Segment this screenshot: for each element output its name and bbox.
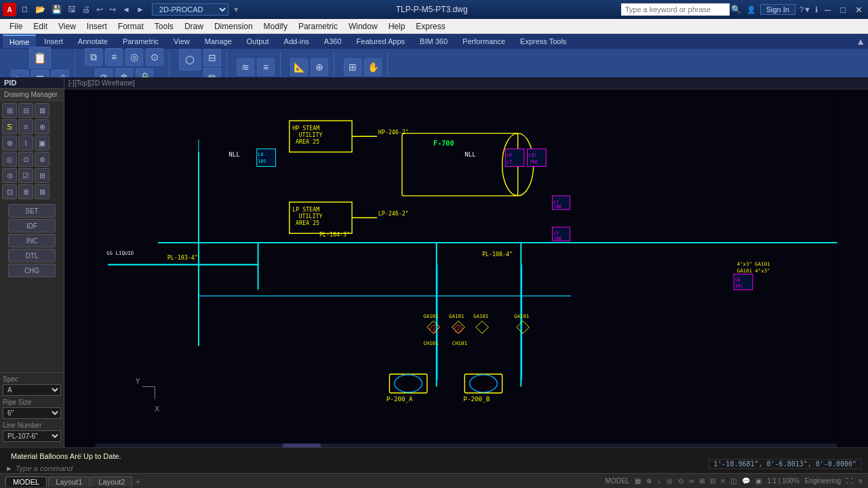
pid-tool-2[interactable]: ⊟ bbox=[18, 103, 33, 118]
tab-output[interactable]: Output bbox=[240, 35, 276, 47]
pid-tool-3[interactable]: ⊠ bbox=[35, 103, 50, 118]
nav-prev-button[interactable]: ◄ bbox=[120, 4, 132, 15]
ribbon-minimize-icon[interactable]: ▲ bbox=[856, 36, 865, 47]
sign-in-button[interactable]: Sign In bbox=[760, 4, 795, 15]
pid-tool-13[interactable]: ⊝ bbox=[2, 168, 17, 183]
menu-view[interactable]: View bbox=[53, 20, 81, 33]
lineweight-icon[interactable]: ≡ bbox=[721, 477, 725, 485]
polar-icon[interactable]: ◎ bbox=[667, 477, 673, 485]
menu-express[interactable]: Express bbox=[410, 20, 450, 33]
osnap-icon[interactable]: ⊙ bbox=[678, 477, 684, 485]
add-layout-button[interactable]: + bbox=[135, 476, 140, 487]
tab-annotate[interactable]: Annotate bbox=[71, 35, 115, 47]
pid-tool-11[interactable]: ⊙ bbox=[18, 152, 33, 167]
menu-insert[interactable]: Insert bbox=[81, 20, 113, 33]
tab-layout2[interactable]: Layout2 bbox=[91, 476, 132, 487]
open-button[interactable]: 📂 bbox=[33, 4, 47, 15]
ortho-icon[interactable]: ⟂ bbox=[657, 477, 661, 485]
pid-tool-12[interactable]: ⊛ bbox=[35, 152, 50, 167]
pid-tool-16[interactable]: ⊡ bbox=[2, 184, 17, 199]
menu-dimension[interactable]: Dimension bbox=[209, 20, 258, 33]
tab-addins[interactable]: Add-ins bbox=[277, 35, 316, 47]
tab-home[interactable]: Home bbox=[3, 35, 36, 48]
pid-tool-8[interactable]: I bbox=[18, 136, 33, 150]
tab-express-tools[interactable]: Express Tools bbox=[513, 35, 573, 47]
tab-layout1[interactable]: Layout1 bbox=[48, 476, 90, 487]
pid-tool-1[interactable]: ⊞ bbox=[2, 103, 17, 118]
menu-edit[interactable]: Edit bbox=[28, 20, 53, 33]
tab-a360[interactable]: A360 bbox=[317, 35, 349, 47]
pan-icon[interactable]: ✋ bbox=[364, 58, 382, 76]
menu-file[interactable]: File bbox=[4, 20, 28, 33]
layer-match-icon[interactable]: ◎ bbox=[125, 48, 143, 66]
minimize-button[interactable]: ─ bbox=[822, 5, 833, 15]
menu-format[interactable]: Format bbox=[113, 20, 149, 33]
otrack-icon[interactable]: ∞ bbox=[689, 477, 694, 485]
pid-tool-5[interactable]: ≡ bbox=[18, 119, 33, 134]
canvas-content[interactable]: grid dots represented as pattern bbox=[64, 89, 868, 447]
qp-icon[interactable]: 💬 bbox=[742, 477, 750, 485]
pid-tool-9[interactable]: ▣ bbox=[35, 136, 50, 150]
pipe-size-select[interactable]: 6" bbox=[3, 407, 61, 419]
ducs-icon[interactable]: ⊞ bbox=[699, 477, 705, 485]
tab-performance[interactable]: Performance bbox=[456, 35, 512, 47]
canvas-area[interactable]: [-][Top][2D Wireframe] grid dots represe… bbox=[64, 77, 868, 447]
zoom-extents-icon[interactable]: ⊞ bbox=[344, 58, 361, 76]
snap-icon[interactable]: ⊕ bbox=[646, 477, 652, 485]
cad-drawing[interactable]: grid dots represented as pattern bbox=[64, 89, 868, 447]
id-point-icon[interactable]: ⊕ bbox=[311, 58, 328, 76]
customize-icon[interactable]: ≡ bbox=[859, 477, 863, 485]
close-command-icon[interactable]: ✕ bbox=[77, 451, 83, 460]
menu-modify[interactable]: Modify bbox=[258, 20, 293, 33]
search-input[interactable] bbox=[621, 3, 730, 16]
pid-tool-14[interactable]: ☑ bbox=[18, 168, 33, 183]
idf-button[interactable]: IDF bbox=[8, 219, 56, 232]
pid-tool-10[interactable]: ◎ bbox=[2, 152, 17, 167]
menu-help[interactable]: Help bbox=[383, 20, 411, 33]
inc-button[interactable]: INC bbox=[8, 234, 56, 247]
layer-set-icon[interactable]: ⊙ bbox=[146, 48, 163, 66]
redo-button[interactable]: ↪ bbox=[107, 4, 118, 15]
save-as-button[interactable]: 🖫 bbox=[66, 4, 78, 15]
tab-insert[interactable]: Insert bbox=[37, 35, 70, 47]
drawing-manager[interactable]: Drawing Manager bbox=[0, 89, 64, 101]
pid-tool-6[interactable]: ⊕ bbox=[35, 119, 50, 134]
measure-icon[interactable]: 📐 bbox=[290, 58, 308, 76]
tab-model[interactable]: MODEL bbox=[5, 476, 47, 487]
pid-tool-7[interactable]: ⊗ bbox=[2, 136, 17, 150]
pid-tool-17[interactable]: ≣ bbox=[18, 184, 33, 199]
pid-tool-18[interactable]: ⊠ bbox=[35, 184, 50, 199]
dtl-button[interactable]: DTL bbox=[8, 249, 56, 262]
undo-button[interactable]: ↩ bbox=[94, 4, 105, 15]
spec-select[interactable]: A bbox=[3, 384, 61, 396]
line-number-select[interactable]: PL-107-6" bbox=[3, 430, 61, 442]
tab-manage[interactable]: Manage bbox=[198, 35, 239, 47]
menu-tools[interactable]: Tools bbox=[149, 20, 179, 33]
dyn-icon[interactable]: ⊟ bbox=[710, 477, 715, 485]
new-button[interactable]: 🗋 bbox=[19, 4, 31, 15]
tab-featured[interactable]: Featured Apps bbox=[350, 35, 412, 47]
workspace-selector[interactable]: 2D-PROCAD bbox=[152, 3, 229, 16]
pid-tool-15[interactable]: ⊞ bbox=[35, 168, 50, 183]
sel-filter-icon[interactable]: ▣ bbox=[755, 477, 762, 485]
set-button[interactable]: SET bbox=[8, 204, 56, 218]
tab-view[interactable]: View bbox=[167, 35, 197, 47]
insert-block-icon[interactable]: ⬡ bbox=[179, 49, 201, 70]
transparency-icon[interactable]: ◫ bbox=[730, 477, 736, 485]
paste-icon[interactable]: 📋 bbox=[29, 47, 51, 68]
match-properties-icon[interactable]: ≋ bbox=[237, 58, 254, 76]
grid-icon[interactable]: ▦ bbox=[635, 477, 641, 485]
fullscreen-icon[interactable]: ⛶ bbox=[846, 477, 853, 485]
help-dropdown-icon[interactable]: ?▼ bbox=[800, 5, 811, 14]
menu-draw[interactable]: Draw bbox=[179, 20, 209, 33]
menu-parametric[interactable]: Parametric bbox=[293, 20, 343, 33]
tab-parametric[interactable]: Parametric bbox=[116, 35, 165, 47]
menu-window[interactable]: Window bbox=[343, 20, 383, 33]
list-icon[interactable]: ≡ bbox=[257, 58, 275, 76]
tab-bim360[interactable]: BIM 360 bbox=[413, 35, 454, 47]
chg-button[interactable]: CHG bbox=[8, 264, 56, 277]
save-button[interactable]: 💾 bbox=[50, 4, 64, 15]
layer-props-icon[interactable]: ≡ bbox=[105, 48, 123, 66]
nav-next-button[interactable]: ► bbox=[134, 4, 146, 15]
layer-icon[interactable]: ⧉ bbox=[85, 48, 102, 66]
